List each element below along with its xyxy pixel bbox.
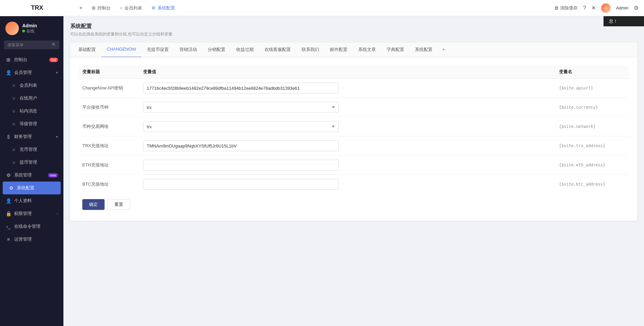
finance-icon: ₿ (5, 134, 11, 139)
table-row: TRX充值地址{$site.trx_address} (78, 136, 629, 156)
sidebar-item-site-messages-label: 站内消息 (20, 108, 37, 114)
sidebar-item-member-mgmt[interactable]: 👤 会员管理 ▾ (0, 66, 63, 79)
hamburger-icon: ≡ (80, 5, 82, 10)
withdraw-icon: ○ (11, 160, 17, 165)
nav-sysconfig[interactable]: ⚙ 系统配置 (147, 3, 179, 13)
input-4[interactable] (143, 160, 339, 170)
row-label-1: 平台接收币种 (78, 98, 139, 117)
sidebar-item-permissions[interactable]: 🔒 权限管理 ‹ (0, 207, 63, 220)
select-2[interactable]: trxethbtc (143, 121, 339, 132)
clear-cache-button[interactable]: 🗑 清除缓存 (554, 5, 578, 11)
sidebar-item-permissions-label: 权限管理 (14, 211, 32, 217)
sidebar-item-online-users-label: 在线用户 (20, 95, 37, 101)
search-input[interactable] (4, 40, 59, 49)
tabs-bar: 基础配置 CHANGENOW 充提币设置 营销活动 分销配置 收益过期 在线客服… (70, 43, 637, 57)
sidebar-item-member-list[interactable]: ○ 会员列表 (0, 79, 63, 92)
config-card: 基础配置 CHANGENOW 充提币设置 营销活动 分销配置 收益过期 在线客服… (70, 43, 637, 221)
tab-distribution[interactable]: 分销配置 (202, 43, 231, 57)
tab-online-service[interactable]: 在线客服配置 (259, 43, 296, 57)
sidebar-item-member-mgmt-label: 会员管理 (14, 70, 32, 76)
sidebar-item-level-mgmt[interactable]: ○ 等级管理 (0, 117, 63, 130)
online-cmd-icon: ›_ (5, 224, 11, 229)
tab-email[interactable]: 邮件配置 (325, 43, 353, 57)
avatar: A (601, 3, 611, 13)
members-icon: ○ (120, 5, 123, 10)
sidebar-user: Admin 在线 (0, 16, 63, 40)
notification-text: 息！ (609, 19, 618, 24)
settings-icon[interactable]: ⚙ (634, 5, 639, 11)
close-icon[interactable]: ✕ (591, 5, 596, 11)
sidebar-item-withdraw[interactable]: ○ 提币管理 (0, 156, 63, 169)
search-icon: 🔍 (52, 43, 57, 47)
status-label: 在线 (26, 28, 34, 34)
member-mgmt-icon: 👤 (5, 70, 11, 75)
nav-dashboard[interactable]: ⊞ 控制台 (88, 3, 115, 13)
table-row: 平台接收币种trxethbtc{$site.currency} (78, 98, 629, 117)
input-3[interactable] (143, 140, 339, 151)
sidebar-item-recharge-label: 充币管理 (20, 146, 37, 153)
permissions-chevron-icon: ‹ (57, 212, 58, 216)
sidebar-item-online-users[interactable]: ○ 在线用户 (0, 92, 63, 105)
menu-toggle[interactable]: ≡ (76, 3, 86, 12)
tab-basic[interactable]: 基础配置 (73, 43, 101, 57)
sidebar-item-online-cmd[interactable]: ›_ 在线命令管理 (0, 220, 63, 233)
nav-sysconfig-label: 系统配置 (158, 5, 175, 11)
sidebar-item-finance[interactable]: ₿ 财务管理 ▾ (0, 130, 63, 143)
question-icon[interactable]: ? (583, 5, 586, 11)
table-row: ChangeNow API密钥{$site.apiurl} (78, 79, 629, 98)
table-row: BTC充值地址{$site.btc_address} (78, 175, 629, 194)
reset-button[interactable]: 重置 (107, 199, 130, 210)
col-value-header: 变量值 (139, 65, 555, 79)
tab-dictionary[interactable]: 字典配置 (381, 43, 410, 57)
level-mgmt-icon: ○ (11, 121, 17, 127)
row-varname-3: {$site.trx_address} (555, 136, 629, 156)
nav-members[interactable]: ○ 会员列表 (116, 3, 146, 13)
page-subtitle: 可以在此填改系统的变量和分组,也可以自定义分组和变量 (70, 31, 637, 37)
sidebar-item-sys-config[interactable]: ⚙ 系统配置 (3, 182, 61, 194)
sidebar-item-dashboard[interactable]: ⊞ 控制台 hot (0, 53, 63, 66)
sysconfig-icon: ⚙ (151, 5, 156, 10)
dashboard-menu-icon: ⊞ (5, 57, 11, 62)
row-label-0: ChangeNow API密钥 (78, 79, 139, 98)
sidebar-menu: ⊞ 控制台 hot 👤 会员管理 ▾ ○ 会员列表 ○ 在线用户 ○ 站内消息 … (0, 52, 63, 326)
tab-marketing[interactable]: 营销活动 (174, 43, 202, 57)
row-value-5 (139, 175, 555, 194)
table-row: 币种交易网络trxethbtc{$site.network} (78, 117, 629, 136)
row-label-5: BTC充值地址 (78, 175, 139, 194)
select-1[interactable]: trxethbtc (143, 102, 339, 113)
sidebar: TRX Admin 在线 🔍 ⊞ 控制台 hot 👤 会员管理 ▾ ○ 会员列表 (0, 0, 63, 326)
sidebar-item-level-mgmt-label: 等级管理 (20, 121, 37, 127)
sidebar-item-recharge[interactable]: ○ 充币管理 (0, 143, 63, 156)
sidebar-item-operations-label: 运营管理 (14, 236, 32, 242)
input-0[interactable] (143, 83, 339, 93)
row-varname-2: {$site.network} (555, 117, 629, 136)
row-value-1: trxethbtc (139, 98, 555, 117)
tab-changenow[interactable]: CHANGENOW (101, 43, 141, 57)
sidebar-item-operations[interactable]: ≡ 运营管理 (0, 233, 63, 246)
online-users-icon: ○ (11, 96, 17, 101)
tab-add-button[interactable]: + (438, 43, 449, 57)
tab-recharge-settings[interactable]: 充提币设置 (141, 43, 174, 57)
sidebar-item-profile[interactable]: 👤 个人资料 (0, 194, 63, 207)
top-nav-right: 🗑 清除缓存 ? ✕ A Admin ⚙ (554, 3, 639, 13)
notification-banner: 息！ (604, 16, 644, 26)
sidebar-item-dashboard-label: 控制台 (14, 57, 27, 63)
sidebar-avatar (5, 22, 19, 35)
sidebar-item-sys-mgmt[interactable]: ⚙ 系统管理 new (0, 169, 63, 182)
confirm-button[interactable]: 确定 (82, 199, 105, 210)
input-5[interactable] (143, 179, 339, 190)
clear-cache-label: 清除缓存 (560, 5, 578, 11)
config-table: 变量标题 变量值 变量名 ChangeNow API密钥{$site.apiur… (78, 65, 629, 194)
sidebar-user-info: Admin 在线 (22, 23, 37, 34)
row-varname-0: {$site.apiurl} (555, 79, 629, 98)
tab-sys-config[interactable]: 系统配置 (410, 43, 438, 57)
tab-income-expiry[interactable]: 收益过期 (231, 43, 259, 57)
form-actions: 确定 重置 (78, 194, 629, 213)
tab-contact[interactable]: 联系我们 (296, 43, 325, 57)
sidebar-item-site-messages[interactable]: ○ 站内消息 (0, 105, 63, 117)
trash-icon: 🗑 (554, 5, 559, 10)
col-label-header: 变量标题 (78, 65, 139, 79)
tab-sys-text[interactable]: 系统文章 (353, 43, 381, 57)
row-varname-5: {$site.btc_address} (555, 175, 629, 194)
chevron-down-icon: ▾ (56, 71, 58, 75)
